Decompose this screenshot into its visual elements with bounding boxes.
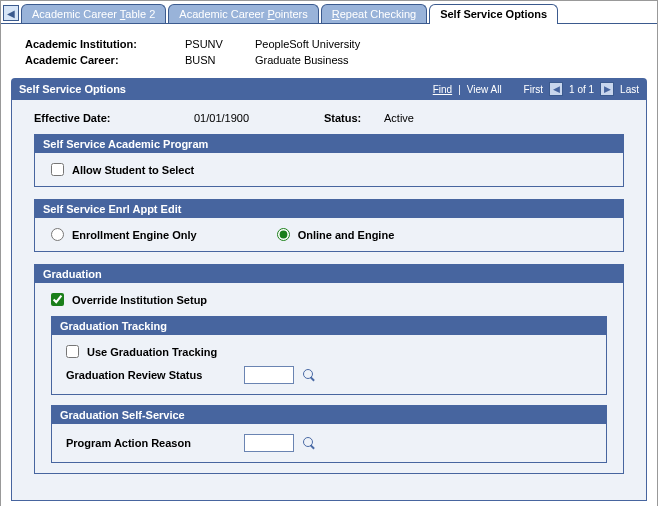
frame-enrl-appt-edit: Self Service Enrl Appt Edit Enrollment E… bbox=[34, 199, 624, 252]
status-value: Active bbox=[384, 112, 414, 124]
online-and-engine-label: Online and Engine bbox=[298, 229, 395, 241]
frame-title-enrl-appt: Self Service Enrl Appt Edit bbox=[35, 200, 623, 218]
career-code: BUSN bbox=[185, 54, 255, 66]
override-institution-setup-checkbox[interactable] bbox=[51, 293, 64, 306]
tab-self-service-options[interactable]: Self Service Options bbox=[429, 4, 558, 24]
enrollment-engine-only-radio[interactable] bbox=[51, 228, 64, 241]
lookup-icon[interactable] bbox=[302, 436, 316, 450]
lookup-icon[interactable] bbox=[302, 368, 316, 382]
program-action-reason-input[interactable] bbox=[244, 434, 294, 452]
frame-title-graduation-tracking: Graduation Tracking bbox=[52, 317, 606, 335]
institution-name: PeopleSoft University bbox=[255, 38, 360, 50]
use-graduation-tracking-label: Use Graduation Tracking bbox=[87, 346, 217, 358]
frame-academic-program: Self Service Academic Program Allow Stud… bbox=[34, 134, 624, 187]
first-link[interactable]: First bbox=[524, 84, 543, 95]
override-institution-setup-label: Override Institution Setup bbox=[72, 294, 207, 306]
find-link[interactable]: Find bbox=[433, 84, 452, 95]
frame-title-graduation: Graduation bbox=[35, 265, 623, 283]
graduation-review-status-label: Graduation Review Status bbox=[66, 369, 236, 381]
frame-title-academic-program: Self Service Academic Program bbox=[35, 135, 623, 153]
tab-academic-career-table-2[interactable]: Academic Career Table 2 bbox=[21, 4, 166, 23]
institution-label: Academic Institution: bbox=[25, 38, 185, 50]
frame-graduation-tracking: Graduation Tracking Use Graduation Track… bbox=[51, 316, 607, 395]
tab-repeat-checking[interactable]: Repeat Checking bbox=[321, 4, 427, 23]
program-action-reason-label: Program Action Reason bbox=[66, 437, 236, 449]
career-name: Graduate Business bbox=[255, 54, 349, 66]
allow-student-select-checkbox[interactable] bbox=[51, 163, 64, 176]
allow-student-select-label: Allow Student to Select bbox=[72, 164, 194, 176]
career-label: Academic Career: bbox=[25, 54, 185, 66]
online-and-engine-radio[interactable] bbox=[277, 228, 290, 241]
tab-scroll-left[interactable]: ◀ bbox=[3, 5, 19, 21]
status-label: Status: bbox=[324, 112, 384, 124]
graduation-review-status-input[interactable] bbox=[244, 366, 294, 384]
use-graduation-tracking-checkbox[interactable] bbox=[66, 345, 79, 358]
frame-title-graduation-self-service: Graduation Self-Service bbox=[52, 406, 606, 424]
section-title: Self Service Options bbox=[19, 83, 126, 95]
page-container: ◀ Academic Career Table 2 Academic Caree… bbox=[0, 0, 658, 506]
effective-row: Effective Date: 01/01/1900 Status: Activ… bbox=[34, 112, 624, 124]
section-bar-self-service-options: Self Service Options Find | View All Fir… bbox=[11, 78, 647, 100]
enrollment-engine-only-label: Enrollment Engine Only bbox=[72, 229, 197, 241]
effective-date-label: Effective Date: bbox=[34, 112, 194, 124]
tab-academic-career-pointers[interactable]: Academic Career Pointers bbox=[168, 4, 318, 23]
last-link[interactable]: Last bbox=[620, 84, 639, 95]
next-row-button[interactable]: ▶ bbox=[600, 82, 614, 96]
effective-date-value: 01/01/1900 bbox=[194, 112, 324, 124]
frame-graduation: Graduation Override Institution Setup Gr… bbox=[34, 264, 624, 474]
frame-graduation-self-service: Graduation Self-Service Program Action R… bbox=[51, 405, 607, 463]
institution-code: PSUNV bbox=[185, 38, 255, 50]
view-all-link[interactable]: View All bbox=[467, 84, 502, 95]
prev-row-button[interactable]: ◀ bbox=[549, 82, 563, 96]
row-position: 1 of 1 bbox=[569, 84, 594, 95]
header-block: Academic Institution: PSUNV PeopleSoft U… bbox=[1, 24, 657, 78]
panel-body: Effective Date: 01/01/1900 Status: Activ… bbox=[11, 100, 647, 501]
tab-row: ◀ Academic Career Table 2 Academic Caree… bbox=[1, 1, 657, 24]
